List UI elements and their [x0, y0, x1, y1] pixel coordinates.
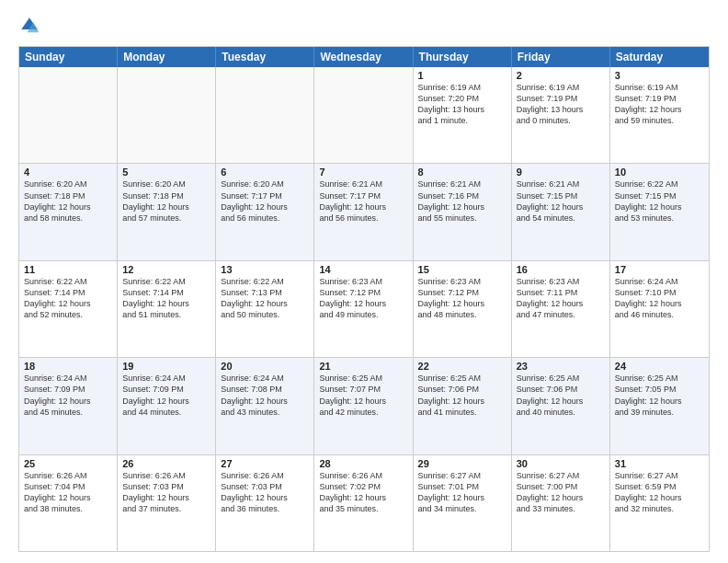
day-number: 6	[221, 167, 309, 178]
day-number: 17	[615, 264, 704, 275]
day-number: 9	[517, 167, 605, 178]
calendar-cell-27: 27Sunrise: 6:26 AM Sunset: 7:03 PM Dayli…	[216, 455, 314, 551]
day-info: Sunrise: 6:23 AM Sunset: 7:11 PM Dayligh…	[517, 276, 605, 321]
day-info: Sunrise: 6:27 AM Sunset: 7:01 PM Dayligh…	[418, 470, 506, 515]
calendar-body: 1Sunrise: 6:19 AM Sunset: 7:20 PM Daylig…	[19, 67, 709, 551]
calendar-cell-2: 2Sunrise: 6:19 AM Sunset: 7:19 PM Daylig…	[512, 67, 610, 163]
calendar: SundayMondayTuesdayWednesdayThursdayFrid…	[18, 46, 710, 552]
calendar-cell-4: 4Sunrise: 6:20 AM Sunset: 7:18 PM Daylig…	[19, 164, 118, 259]
calendar-cell-31: 31Sunrise: 6:27 AM Sunset: 6:59 PM Dayli…	[610, 455, 709, 551]
calendar-cell-26: 26Sunrise: 6:26 AM Sunset: 7:03 PM Dayli…	[118, 455, 216, 551]
day-number: 21	[319, 361, 407, 372]
day-info: Sunrise: 6:22 AM Sunset: 7:14 PM Dayligh…	[122, 276, 210, 321]
day-number: 5	[122, 167, 210, 178]
day-info: Sunrise: 6:25 AM Sunset: 7:07 PM Dayligh…	[319, 373, 407, 418]
day-number: 2	[517, 70, 605, 81]
day-number: 14	[319, 264, 407, 275]
calendar-cell-1: 1Sunrise: 6:19 AM Sunset: 7:20 PM Daylig…	[414, 67, 512, 163]
day-info: Sunrise: 6:27 AM Sunset: 6:59 PM Dayligh…	[615, 470, 704, 515]
day-number: 4	[24, 167, 112, 178]
day-number: 15	[418, 264, 506, 275]
logo-icon	[18, 15, 40, 37]
day-info: Sunrise: 6:23 AM Sunset: 7:12 PM Dayligh…	[418, 276, 506, 321]
day-number: 1	[418, 70, 506, 81]
day-info: Sunrise: 6:20 AM Sunset: 7:18 PM Dayligh…	[122, 178, 210, 224]
calendar-cell-13: 13Sunrise: 6:22 AM Sunset: 7:13 PM Dayli…	[216, 261, 314, 357]
header-day-monday: Monday	[118, 47, 216, 67]
day-number: 20	[221, 361, 309, 372]
day-info: Sunrise: 6:21 AM Sunset: 7:16 PM Dayligh…	[418, 178, 506, 224]
day-number: 25	[24, 458, 112, 469]
calendar-row-4: 18Sunrise: 6:24 AM Sunset: 7:09 PM Dayli…	[19, 358, 709, 454]
header-day-thursday: Thursday	[414, 47, 512, 67]
calendar-cell-empty-1	[118, 67, 216, 163]
calendar-cell-16: 16Sunrise: 6:23 AM Sunset: 7:11 PM Dayli…	[512, 261, 610, 357]
day-info: Sunrise: 6:26 AM Sunset: 7:03 PM Dayligh…	[221, 470, 309, 515]
calendar-cell-30: 30Sunrise: 6:27 AM Sunset: 7:00 PM Dayli…	[512, 455, 610, 551]
calendar-cell-19: 19Sunrise: 6:24 AM Sunset: 7:09 PM Dayli…	[118, 358, 216, 454]
day-info: Sunrise: 6:25 AM Sunset: 7:06 PM Dayligh…	[418, 373, 506, 418]
calendar-cell-empty-3	[314, 67, 413, 163]
calendar-row-1: 1Sunrise: 6:19 AM Sunset: 7:20 PM Daylig…	[19, 67, 709, 164]
day-number: 8	[418, 167, 506, 178]
day-info: Sunrise: 6:21 AM Sunset: 7:15 PM Dayligh…	[517, 178, 605, 224]
calendar-cell-8: 8Sunrise: 6:21 AM Sunset: 7:16 PM Daylig…	[414, 164, 512, 259]
calendar-cell-24: 24Sunrise: 6:25 AM Sunset: 7:05 PM Dayli…	[610, 358, 709, 454]
calendar-cell-15: 15Sunrise: 6:23 AM Sunset: 7:12 PM Dayli…	[414, 261, 512, 357]
calendar-cell-5: 5Sunrise: 6:20 AM Sunset: 7:18 PM Daylig…	[118, 164, 216, 259]
calendar-cell-3: 3Sunrise: 6:19 AM Sunset: 7:19 PM Daylig…	[610, 67, 709, 163]
day-number: 7	[319, 167, 407, 178]
calendar-cell-25: 25Sunrise: 6:26 AM Sunset: 7:04 PM Dayli…	[19, 455, 118, 551]
day-info: Sunrise: 6:22 AM Sunset: 7:14 PM Dayligh…	[24, 276, 112, 321]
calendar-cell-29: 29Sunrise: 6:27 AM Sunset: 7:01 PM Dayli…	[414, 455, 512, 551]
calendar-row-2: 4Sunrise: 6:20 AM Sunset: 7:18 PM Daylig…	[19, 164, 709, 260]
header-day-tuesday: Tuesday	[216, 47, 314, 67]
calendar-row-5: 25Sunrise: 6:26 AM Sunset: 7:04 PM Dayli…	[19, 455, 709, 551]
header-day-wednesday: Wednesday	[314, 47, 413, 67]
day-number: 27	[221, 458, 309, 469]
day-number: 18	[24, 361, 112, 372]
header-day-sunday: Sunday	[19, 47, 118, 67]
page: SundayMondayTuesdayWednesdayThursdayFrid…	[0, 0, 728, 563]
day-number: 28	[319, 458, 407, 469]
calendar-cell-11: 11Sunrise: 6:22 AM Sunset: 7:14 PM Dayli…	[19, 261, 118, 357]
day-number: 3	[615, 70, 704, 81]
day-info: Sunrise: 6:26 AM Sunset: 7:03 PM Dayligh…	[122, 470, 210, 515]
calendar-cell-6: 6Sunrise: 6:20 AM Sunset: 7:17 PM Daylig…	[216, 164, 314, 259]
day-info: Sunrise: 6:25 AM Sunset: 7:06 PM Dayligh…	[517, 373, 605, 418]
day-number: 19	[122, 361, 210, 372]
day-info: Sunrise: 6:23 AM Sunset: 7:12 PM Dayligh…	[319, 276, 407, 321]
calendar-cell-18: 18Sunrise: 6:24 AM Sunset: 7:09 PM Dayli…	[19, 358, 118, 454]
day-info: Sunrise: 6:22 AM Sunset: 7:13 PM Dayligh…	[221, 276, 309, 321]
header-day-friday: Friday	[512, 47, 610, 67]
day-number: 10	[615, 167, 704, 178]
day-info: Sunrise: 6:27 AM Sunset: 7:00 PM Dayligh…	[517, 470, 605, 515]
day-info: Sunrise: 6:26 AM Sunset: 7:02 PM Dayligh…	[319, 470, 407, 515]
day-info: Sunrise: 6:19 AM Sunset: 7:19 PM Dayligh…	[615, 82, 704, 127]
calendar-header: SundayMondayTuesdayWednesdayThursdayFrid…	[19, 47, 709, 67]
calendar-cell-empty-2	[216, 67, 314, 163]
header-day-saturday: Saturday	[610, 47, 709, 67]
day-info: Sunrise: 6:21 AM Sunset: 7:17 PM Dayligh…	[319, 178, 407, 224]
calendar-cell-20: 20Sunrise: 6:24 AM Sunset: 7:08 PM Dayli…	[216, 358, 314, 454]
day-info: Sunrise: 6:22 AM Sunset: 7:15 PM Dayligh…	[615, 178, 704, 224]
calendar-cell-9: 9Sunrise: 6:21 AM Sunset: 7:15 PM Daylig…	[512, 164, 610, 259]
header	[18, 15, 710, 37]
calendar-cell-10: 10Sunrise: 6:22 AM Sunset: 7:15 PM Dayli…	[610, 164, 709, 259]
day-info: Sunrise: 6:24 AM Sunset: 7:09 PM Dayligh…	[24, 373, 112, 418]
day-info: Sunrise: 6:24 AM Sunset: 7:09 PM Dayligh…	[122, 373, 210, 418]
day-info: Sunrise: 6:24 AM Sunset: 7:08 PM Dayligh…	[221, 373, 309, 418]
day-info: Sunrise: 6:20 AM Sunset: 7:18 PM Dayligh…	[24, 178, 112, 224]
day-number: 23	[517, 361, 605, 372]
day-number: 31	[615, 458, 704, 469]
calendar-cell-28: 28Sunrise: 6:26 AM Sunset: 7:02 PM Dayli…	[314, 455, 413, 551]
day-info: Sunrise: 6:26 AM Sunset: 7:04 PM Dayligh…	[24, 470, 112, 515]
calendar-cell-14: 14Sunrise: 6:23 AM Sunset: 7:12 PM Dayli…	[314, 261, 413, 357]
day-info: Sunrise: 6:25 AM Sunset: 7:05 PM Dayligh…	[615, 373, 704, 418]
calendar-row-3: 11Sunrise: 6:22 AM Sunset: 7:14 PM Dayli…	[19, 261, 709, 358]
day-info: Sunrise: 6:19 AM Sunset: 7:19 PM Dayligh…	[517, 82, 605, 127]
calendar-cell-22: 22Sunrise: 6:25 AM Sunset: 7:06 PM Dayli…	[414, 358, 512, 454]
calendar-cell-empty-0	[19, 67, 118, 163]
day-number: 29	[418, 458, 506, 469]
day-number: 30	[517, 458, 605, 469]
